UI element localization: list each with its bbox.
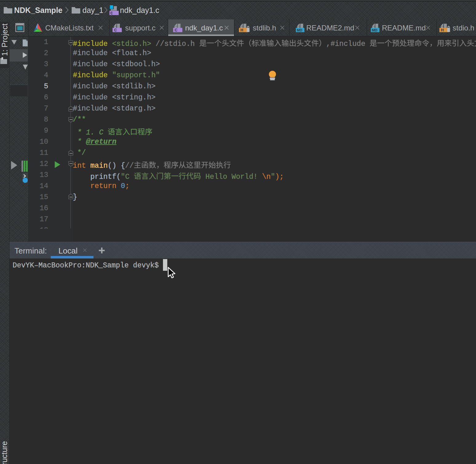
svg-text:C: C — [110, 11, 113, 16]
svg-text:C: C — [114, 28, 117, 32]
svg-text:H: H — [441, 28, 444, 32]
svg-text:MD: MD — [372, 28, 378, 32]
svg-text:H: H — [240, 28, 243, 32]
svg-text:MD: MD — [297, 28, 303, 32]
svg-text:C: C — [175, 28, 177, 32]
